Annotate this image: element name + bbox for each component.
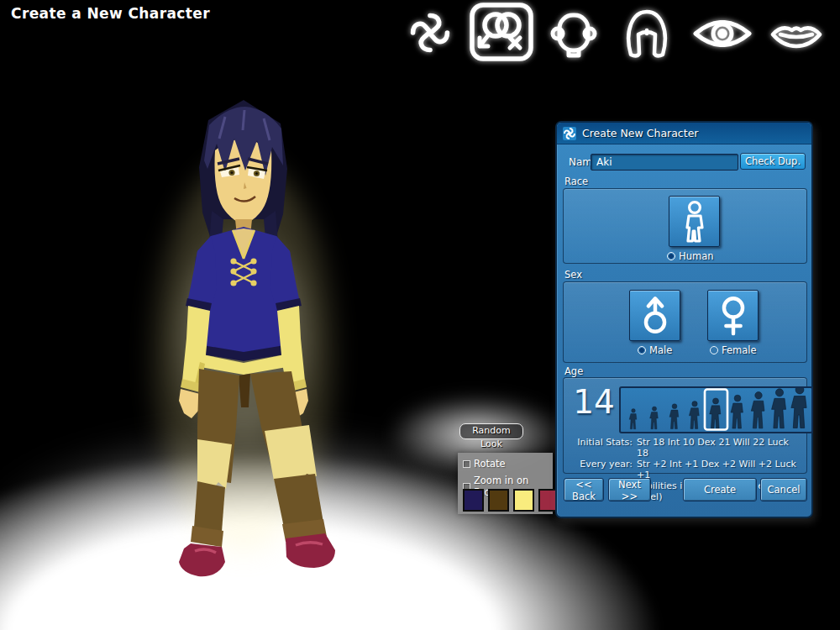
radio-icon bbox=[638, 346, 646, 354]
color-swatch-2[interactable] bbox=[488, 489, 509, 512]
race-section-label: Race bbox=[564, 176, 588, 187]
race-human-radio[interactable]: Human bbox=[667, 250, 713, 262]
age-section: 14 bbox=[563, 377, 807, 474]
tab-mouth[interactable] bbox=[769, 18, 824, 51]
back-button[interactable]: << Back bbox=[564, 478, 604, 501]
outfit-color-swatches bbox=[463, 489, 559, 512]
radio-icon bbox=[710, 346, 718, 354]
name-input[interactable] bbox=[591, 154, 738, 171]
head-icon bbox=[547, 13, 601, 58]
knot-icon bbox=[563, 127, 576, 140]
rotate-checkbox[interactable]: Rotate bbox=[463, 458, 553, 470]
race-section: Human bbox=[563, 188, 807, 264]
initial-stats-label: Initial Stats: bbox=[569, 437, 633, 459]
race-human-button[interactable] bbox=[669, 196, 720, 247]
gender-icon bbox=[469, 2, 534, 62]
age-figures bbox=[622, 388, 811, 432]
character-preview[interactable] bbox=[118, 87, 370, 607]
eye-icon bbox=[690, 16, 754, 51]
radio-icon bbox=[667, 252, 675, 260]
age-slider[interactable] bbox=[619, 386, 813, 433]
tab-style[interactable] bbox=[408, 11, 452, 55]
sex-section-label: Sex bbox=[564, 269, 582, 281]
sex-male-label: Male bbox=[649, 344, 672, 356]
sex-female-label: Female bbox=[722, 344, 757, 356]
tab-eyes[interactable] bbox=[690, 16, 754, 51]
mouth-icon bbox=[769, 18, 824, 51]
check-dup-button[interactable]: Check Dup. bbox=[740, 153, 806, 170]
view-controls-panel: Rotate Zoom in on Face bbox=[458, 453, 553, 514]
panel-title: Create New Character bbox=[582, 127, 698, 139]
female-icon bbox=[715, 295, 752, 337]
random-look-button[interactable]: Random Look bbox=[459, 423, 523, 439]
initial-stats-value: Str 18 Int 10 Dex 21 Will 22 Luck 18 bbox=[637, 437, 803, 459]
race-human-label: Human bbox=[679, 250, 713, 262]
rotate-label: Rotate bbox=[474, 458, 506, 470]
sex-female-radio[interactable]: Female bbox=[710, 344, 757, 356]
checkbox-icon bbox=[463, 460, 470, 468]
panel-title-bar: Create New Character bbox=[557, 123, 811, 144]
color-swatch-1[interactable] bbox=[463, 489, 484, 512]
sex-male-radio[interactable]: Male bbox=[638, 344, 672, 356]
tab-body[interactable] bbox=[469, 2, 534, 62]
male-icon bbox=[637, 295, 674, 337]
human-icon bbox=[678, 200, 711, 244]
tab-face[interactable] bbox=[547, 13, 601, 58]
next-button[interactable]: Next >> bbox=[608, 478, 651, 501]
hair-icon bbox=[619, 8, 675, 58]
create-character-panel: Create New Character Name: Check Dup. Ra… bbox=[555, 121, 813, 518]
character-creation-screen: Create a New Character bbox=[0, 0, 840, 630]
sex-male-button[interactable] bbox=[629, 290, 680, 341]
tab-hair[interactable] bbox=[619, 8, 675, 58]
age-value: 14 bbox=[570, 383, 617, 421]
sex-section: Male Female bbox=[563, 281, 807, 363]
create-button[interactable]: Create bbox=[683, 478, 757, 501]
color-swatch-3[interactable] bbox=[513, 489, 534, 512]
age-section-label: Age bbox=[564, 365, 583, 377]
cancel-button[interactable]: Cancel bbox=[760, 478, 807, 501]
knot-icon bbox=[408, 11, 452, 55]
page-title: Create a New Character bbox=[11, 5, 210, 22]
sex-female-button[interactable] bbox=[707, 290, 759, 341]
